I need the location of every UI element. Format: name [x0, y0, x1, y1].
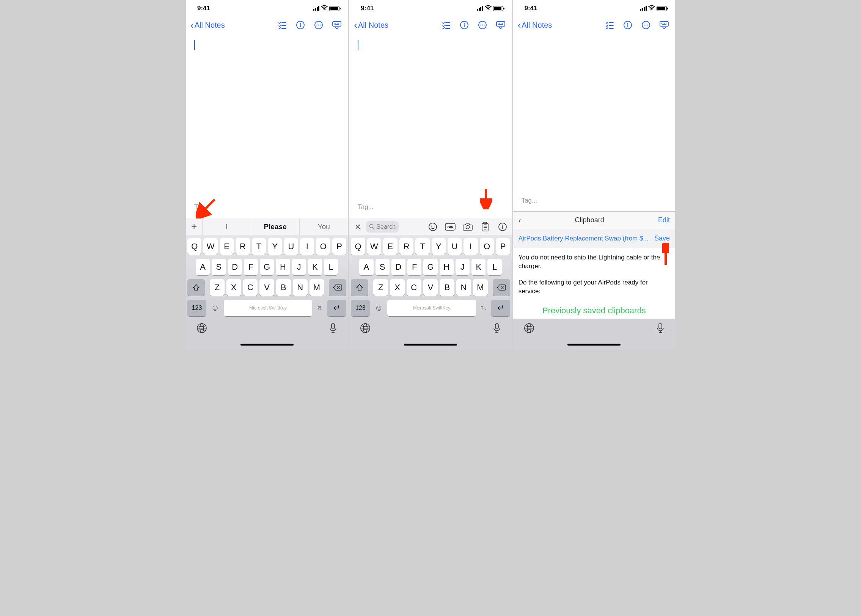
key-q[interactable]: Q	[187, 238, 201, 255]
tag-placeholder[interactable]: Tag...	[522, 197, 537, 204]
key-n[interactable]: N	[456, 279, 471, 296]
key-c[interactable]: C	[407, 279, 421, 296]
note-body[interactable]: Tag...	[513, 33, 675, 211]
emoji-icon[interactable]	[427, 222, 438, 232]
clipboard-body-2[interactable]: Do the following to get your AirPods rea…	[513, 276, 675, 301]
key-h[interactable]: H	[440, 259, 454, 275]
home-indicator[interactable]	[349, 342, 511, 350]
key-c[interactable]: C	[243, 279, 258, 296]
clipboard-item-title[interactable]: AirPods Battery Replacement Swap (from $…	[518, 235, 650, 242]
key-j[interactable]: J	[292, 259, 306, 275]
key-l[interactable]: L	[324, 259, 338, 275]
gif-icon[interactable]: GIF	[445, 222, 456, 232]
tag-placeholder[interactable]: Tag...	[194, 203, 210, 211]
key-w[interactable]: W	[367, 238, 381, 255]
key-m[interactable]: M	[310, 279, 324, 296]
suggestion-3[interactable]: You	[300, 218, 348, 235]
clipboard-body-1[interactable]: You do not need to ship the Lightning ca…	[513, 248, 675, 276]
clipboard-save-button[interactable]: Save	[654, 234, 670, 242]
key-e[interactable]: E	[220, 238, 234, 255]
back-button[interactable]: ‹ All Notes	[190, 20, 225, 30]
clipboard-icon[interactable]	[480, 222, 490, 232]
key-p[interactable]: P	[332, 238, 346, 255]
return-key[interactable]: ↵	[491, 300, 510, 316]
return-key[interactable]: ↵	[327, 300, 346, 316]
toolbar-expand-button[interactable]: +	[186, 218, 203, 235]
key-v[interactable]: V	[259, 279, 274, 296]
checklist-icon[interactable]	[605, 20, 614, 30]
key-r[interactable]: R	[399, 238, 413, 255]
key-e[interactable]: E	[383, 238, 397, 255]
punctuation-key[interactable]: ?!,	[314, 300, 325, 316]
toolbar-search-field[interactable]: Search	[366, 221, 399, 233]
key-u[interactable]: U	[448, 238, 462, 255]
note-body[interactable]: Tag...	[349, 33, 511, 218]
info-icon[interactable]	[459, 20, 469, 30]
checklist-icon[interactable]	[277, 20, 287, 30]
hide-keyboard-icon[interactable]	[496, 20, 506, 30]
emoji-key[interactable]: ☺	[372, 300, 385, 316]
tag-placeholder[interactable]: Tag...	[358, 203, 374, 211]
backspace-key[interactable]	[493, 279, 510, 296]
suggestion-2[interactable]: Please	[251, 218, 300, 235]
emoji-key[interactable]: ☺	[209, 300, 222, 316]
key-d[interactable]: D	[391, 259, 405, 275]
suggestion-1[interactable]: I	[203, 218, 251, 235]
backspace-key[interactable]	[329, 279, 346, 296]
key-r[interactable]: R	[236, 238, 250, 255]
globe-icon[interactable]	[196, 323, 207, 335]
toolbar-close-button[interactable]: ✕	[353, 222, 362, 231]
note-body[interactable]: Tag...	[186, 33, 348, 218]
key-p[interactable]: P	[496, 238, 510, 255]
hide-keyboard-icon[interactable]	[659, 20, 669, 30]
key-y[interactable]: Y	[268, 238, 282, 255]
clipboard-back-button[interactable]: ‹	[518, 216, 521, 225]
space-key[interactable]: Microsoft SwiftKey	[224, 300, 312, 316]
mic-icon[interactable]	[493, 323, 501, 335]
home-indicator[interactable]	[186, 342, 348, 350]
numeric-key[interactable]: 123	[351, 300, 370, 316]
checklist-icon[interactable]	[441, 20, 451, 30]
key-f[interactable]: F	[244, 259, 258, 275]
shift-key[interactable]	[351, 279, 368, 296]
globe-icon[interactable]	[524, 323, 534, 335]
key-h[interactable]: H	[276, 259, 290, 275]
keyboard[interactable]: QWERTYUIOP ASDFGHJKL ZXCVBNM 123 ☺ Micro…	[349, 235, 511, 319]
hide-keyboard-icon[interactable]	[332, 20, 342, 30]
shift-key[interactable]	[187, 279, 205, 296]
key-b[interactable]: B	[440, 279, 454, 296]
key-s[interactable]: S	[212, 259, 226, 275]
key-k[interactable]: K	[471, 259, 485, 275]
key-o[interactable]: O	[480, 238, 494, 255]
key-y[interactable]: Y	[432, 238, 446, 255]
key-o[interactable]: O	[316, 238, 330, 255]
key-s[interactable]: S	[376, 259, 390, 275]
key-j[interactable]: J	[456, 259, 470, 275]
numeric-key[interactable]: 123	[187, 300, 206, 316]
camera-icon[interactable]	[462, 222, 473, 232]
back-button[interactable]: ‹ All Notes	[518, 20, 552, 30]
key-i[interactable]: I	[463, 238, 478, 255]
key-m[interactable]: M	[473, 279, 488, 296]
mic-icon[interactable]	[656, 323, 665, 335]
key-w[interactable]: W	[203, 238, 217, 255]
more-icon[interactable]	[314, 20, 324, 30]
key-x[interactable]: X	[226, 279, 241, 296]
punctuation-key[interactable]: ?!,	[478, 300, 489, 316]
key-a[interactable]: A	[196, 259, 210, 275]
keyboard[interactable]: QWERTYUIOP ASDFGHJKL ZXCVBNM 123 ☺ Micro…	[186, 235, 348, 319]
mic-icon[interactable]	[329, 323, 337, 335]
key-u[interactable]: U	[284, 238, 298, 255]
info-icon[interactable]	[295, 20, 305, 30]
key-a[interactable]: A	[359, 259, 373, 275]
clipboard-edit-button[interactable]: Edit	[658, 216, 670, 224]
globe-icon[interactable]	[360, 323, 371, 335]
key-x[interactable]: X	[390, 279, 405, 296]
key-t[interactable]: T	[252, 238, 266, 255]
key-f[interactable]: F	[407, 259, 421, 275]
key-l[interactable]: L	[487, 259, 501, 275]
more-icon[interactable]	[478, 20, 487, 30]
back-button[interactable]: ‹ All Notes	[354, 20, 388, 30]
key-d[interactable]: D	[228, 259, 242, 275]
settings-info-icon[interactable]	[497, 222, 508, 232]
